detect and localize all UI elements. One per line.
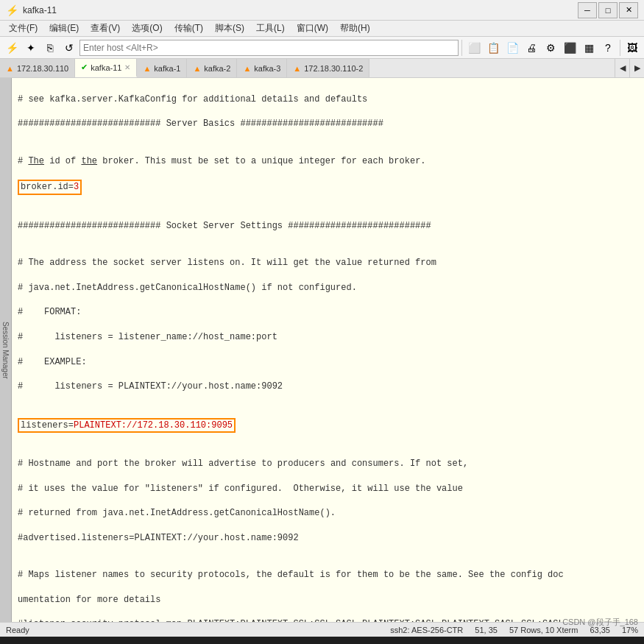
line-9: # The address the socket server listens … xyxy=(18,257,638,269)
toolbar-btn-settings[interactable]: ⚙ xyxy=(542,39,559,57)
host-input[interactable] xyxy=(79,40,459,56)
menu-bar: 文件(F) 编辑(E) 查看(V) 选项(O) 传输(T) 脚本(S) 工具(L… xyxy=(0,21,644,37)
line-11: # FORMAT: xyxy=(18,306,638,319)
line-21: #advertised.listeners=PLAINTEXT://your.h… xyxy=(18,532,638,545)
tab-label-ip2: 172.18.30.110-2 xyxy=(304,64,363,73)
tab-label-kafka3: kafka-3 xyxy=(254,64,280,73)
status-cursor: 51, 35 xyxy=(475,626,498,634)
toolbar-btn-1[interactable]: ⚡ xyxy=(3,39,21,57)
tab-kafka2[interactable]: ▲ kafka-2 xyxy=(187,59,237,77)
tab-label-kafka2: kafka-2 xyxy=(204,64,230,73)
status-left: Ready xyxy=(6,626,29,634)
window-title: kafka-11 xyxy=(23,5,578,15)
tab-close-kafka11[interactable]: ✕ xyxy=(124,63,130,71)
line-16: listeners=PLAINTEXT://172.18.30.110:9095 xyxy=(18,418,638,434)
session-manager-label: Session Manager xyxy=(1,322,10,379)
tab-icon-ip1: ▲ xyxy=(6,64,14,73)
tab-kafka3[interactable]: ▲ kafka-3 xyxy=(237,59,287,77)
line-19: # it uses the value for "listeners" if c… xyxy=(18,483,638,495)
tab-icon-kafka3: ▲ xyxy=(243,64,251,73)
toolbar-btn-file[interactable]: 📄 xyxy=(503,39,521,57)
close-button[interactable]: ✕ xyxy=(619,2,638,18)
status-ssh: ssh2: AES-256-CTR xyxy=(390,626,463,634)
line-1: # see kafka.server.KafkaConfig for addit… xyxy=(18,93,638,106)
toolbar-btn-new[interactable]: ⬜ xyxy=(465,39,483,57)
toolbar-btn-extra[interactable]: 🖼 xyxy=(623,39,641,57)
tab-nav-left[interactable]: ◀ xyxy=(615,59,629,77)
status-bar: Ready ssh2: AES-256-CTR 51, 35 57 Rows, … xyxy=(0,622,644,637)
toolbar-separator xyxy=(461,40,462,56)
broker-id-highlight: broker.id=3 xyxy=(18,180,82,195)
minimize-button[interactable]: ─ xyxy=(578,2,597,18)
line-7: ########################### Socket Serve… xyxy=(18,220,638,233)
toolbar-btn-2[interactable]: ✦ xyxy=(22,39,40,57)
toolbar-btn-clipboard[interactable]: 📋 xyxy=(484,39,502,57)
tab-icon-ip2: ▲ xyxy=(293,64,301,73)
status-ready: Ready xyxy=(6,626,29,634)
window-controls: ─ □ ✕ xyxy=(578,2,638,18)
watermark: CSDN @段子手_168 xyxy=(562,617,638,628)
line-4: # The id of the broker. This must be set… xyxy=(18,155,638,168)
tab-kafka1[interactable]: ▲ kafka-1 xyxy=(137,59,187,77)
menu-file[interactable]: 文件(F) xyxy=(3,21,43,36)
title-bar: ⚡ kafka-11 ─ □ ✕ xyxy=(0,0,644,21)
tab-label-kafka1: kafka-1 xyxy=(154,64,180,73)
line-13: # EXAMPLE: xyxy=(18,356,638,369)
editor-content: # see kafka.server.KafkaConfig for addit… xyxy=(12,78,644,622)
session-manager-sidebar: Session Manager xyxy=(0,78,12,622)
tab-bar: ▲ 172.18.30.110 ✔ kafka-11 ✕ ▲ kafka-1 ▲… xyxy=(0,59,644,78)
menu-script[interactable]: 脚本(S) xyxy=(209,21,250,36)
app-icon: ⚡ xyxy=(6,4,18,16)
editor-area[interactable]: # see kafka.server.KafkaConfig for addit… xyxy=(12,78,644,622)
menu-tools[interactable]: 工具(L) xyxy=(250,21,291,36)
tab-spacer xyxy=(369,59,615,77)
listeners-highlight: listeners=PLAINTEXT://172.18.30.110:9095 xyxy=(18,418,236,434)
tab-ip1[interactable]: ▲ 172.18.30.110 xyxy=(0,59,75,77)
tab-ip2[interactable]: ▲ 172.18.30.110-2 xyxy=(287,59,369,77)
line-20: # returned from java.net.InetAddress.get… xyxy=(18,507,638,520)
line-2: ########################### Server Basic… xyxy=(18,118,638,130)
tab-label-ip1: 172.18.30.110 xyxy=(17,64,68,73)
menu-edit[interactable]: 编辑(E) xyxy=(43,21,85,36)
main-area: Session Manager # see kafka.server.Kafka… xyxy=(0,78,644,622)
line-18: # Hostname and port the broker will adve… xyxy=(18,458,638,470)
toolbar-separator-2 xyxy=(620,40,620,56)
line-5: broker.id=3 xyxy=(18,180,638,195)
line-10: # java.net.InetAddress.getCanonicalHostN… xyxy=(18,282,638,294)
toolbar-btn-help[interactable]: ? xyxy=(599,39,617,57)
menu-window[interactable]: 窗口(W) xyxy=(291,21,334,36)
line-23: # Maps listener names to security protoc… xyxy=(18,569,638,581)
toolbar-btn-refresh[interactable]: ↺ xyxy=(60,39,78,57)
tab-icon-kafka1: ▲ xyxy=(143,64,151,73)
line-24: umentation for more details xyxy=(18,594,638,606)
toolbar-btn-4[interactable]: ⬛ xyxy=(561,39,578,57)
tab-label-kafka11: kafka-11 xyxy=(91,63,121,72)
maximize-button[interactable]: □ xyxy=(598,2,618,18)
tab-nav-right[interactable]: ▶ xyxy=(629,59,644,77)
line-25: #listener.security.protocol.map=PLAINTEX… xyxy=(18,618,638,622)
toolbar-btn-copy[interactable]: ⎘ xyxy=(41,39,59,57)
toolbar-btn-5[interactable]: ▦ xyxy=(580,39,598,57)
menu-transfer[interactable]: 传输(T) xyxy=(169,21,209,36)
menu-view[interactable]: 查看(V) xyxy=(85,21,126,36)
tab-kafka11[interactable]: ✔ kafka-11 ✕ xyxy=(75,59,137,77)
line-12: # listeners = listener_name://host_name:… xyxy=(18,331,638,344)
tab-icon-kafka2: ▲ xyxy=(193,64,201,73)
menu-help[interactable]: 帮助(H) xyxy=(334,21,376,36)
menu-options[interactable]: 选项(O) xyxy=(126,21,168,36)
tab-icon-kafka11: ✔ xyxy=(81,63,88,72)
toolbar: ⚡ ✦ ⎘ ↺ ⬜ 📋 📄 🖨 ⚙ ⬛ ▦ ? 🖼 xyxy=(0,37,644,59)
toolbar-btn-print[interactable]: 🖨 xyxy=(523,39,540,57)
line-14: # listeners = PLAINTEXT://your.host.name… xyxy=(18,381,638,393)
